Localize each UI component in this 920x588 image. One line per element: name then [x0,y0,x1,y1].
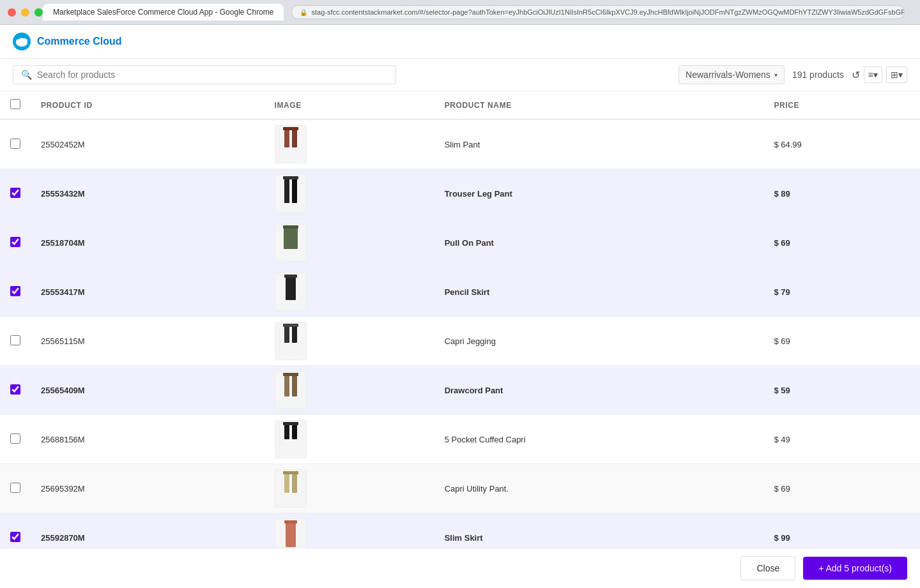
category-label: Newarrivals-Womens [686,70,770,80]
row-price-cell: $ 59 [763,366,920,415]
svg-rect-17 [284,374,289,396]
list-view-button[interactable]: ≡▾ [864,66,882,83]
svg-point-3 [19,38,24,43]
row-checkbox-cell[interactable] [0,415,31,464]
product-id: 25592870M [41,533,85,543]
row-checkbox[interactable] [10,188,20,198]
product-name: Drawcord Pant [445,386,503,395]
table-row: 25565409M Drawcord Pant $ 59 [0,366,920,415]
product-image [275,223,307,262]
svg-rect-10 [284,227,298,249]
row-checkbox[interactable] [10,237,20,247]
row-image-cell [264,169,434,218]
product-price: $ 89 [774,189,790,199]
browser-window-controls[interactable] [8,8,43,17]
table-row: 25553432M Trouser Leg Pant $ 89 [0,169,920,218]
product-price: $ 49 [774,435,790,444]
product-name: Pencil Skirt [445,287,490,297]
product-price: $ 69 [774,484,790,494]
svg-rect-24 [292,472,297,493]
product-name: Slim Pant [445,140,480,149]
search-box[interactable]: 🔍 [13,65,396,84]
browser-chrome: Marketplace SalesForce Commerce Cloud Ap… [0,0,920,25]
row-product-id-cell: 25502452M [31,119,264,169]
svg-rect-5 [292,128,297,147]
svg-rect-16 [283,324,298,327]
row-checkbox-cell[interactable] [0,169,31,218]
product-price: $ 64.99 [774,140,801,149]
row-price-cell: $ 64.99 [763,119,920,169]
product-price: $ 69 [774,238,790,248]
svg-rect-11 [283,225,298,229]
svg-rect-15 [292,325,297,343]
row-product-id-cell: 25695392M [31,464,264,513]
product-id: 25553432M [41,189,85,199]
row-checkbox[interactable] [10,139,20,149]
salesforce-logo [13,33,31,50]
product-price: $ 99 [774,533,790,543]
row-product-name-cell: Capri Utility Pant. [434,464,764,513]
salesforce-cloud-icon [15,35,28,48]
reset-button[interactable]: ↺ [852,69,860,81]
address-bar[interactable]: 🔒 stag-sfcc.contentstackmarket.com/#/sel… [291,5,905,19]
product-image [275,322,307,360]
svg-rect-26 [286,522,296,547]
row-product-id-cell: 25565409M [31,366,264,415]
row-price-cell: $ 89 [763,169,920,218]
row-image-cell [264,513,434,552]
product-table-body: 25502452M Slim Pant $ 64.99 25553432M [0,119,920,552]
row-product-name-cell: Pull On Pant [434,218,764,268]
row-checkbox-cell[interactable] [0,317,31,366]
window-minimize-button[interactable] [21,8,29,17]
row-checkbox[interactable] [10,286,20,296]
product-image [275,420,307,458]
svg-rect-27 [284,520,297,524]
product-image [275,273,307,311]
window-maximize-button[interactable] [34,8,43,17]
select-all-checkbox[interactable] [10,99,20,109]
row-checkbox[interactable] [10,532,20,542]
row-checkbox[interactable] [10,384,20,395]
product-name: Capri Jegging [445,336,496,346]
table-row: 25592870M Slim Skirt $ 99 [0,513,920,552]
row-checkbox-cell[interactable] [0,119,31,169]
grid-view-button[interactable]: ⊞▾ [886,66,907,83]
window-close-button[interactable] [8,8,16,17]
svg-rect-23 [284,472,289,493]
product-name: Trouser Leg Pant [445,189,512,199]
row-product-id-cell: 25518704M [31,218,264,268]
row-image-cell [264,317,434,366]
row-checkbox-cell[interactable] [0,268,31,317]
product-id: 25565409M [41,386,85,395]
svg-rect-9 [283,176,298,179]
row-product-name-cell: Slim Skirt [434,513,764,552]
lock-icon: 🔒 [300,9,307,16]
product-id: 25518704M [41,238,85,248]
row-checkbox-cell[interactable] [0,366,31,415]
row-checkbox-cell[interactable] [0,513,31,552]
search-icon: 🔍 [21,70,32,80]
row-image-cell [264,464,434,513]
browser-tab: Marketplace SalesForce Commerce Cloud Ap… [43,4,284,20]
row-checkbox-cell[interactable] [0,218,31,268]
row-product-name-cell: Capri Jegging [434,317,764,366]
row-product-id-cell: 25553432M [31,169,264,218]
product-image [275,371,307,409]
grid-view-icon: ⊞▾ [891,70,903,80]
row-product-name-cell: Slim Pant [434,119,764,169]
category-selector[interactable]: Newarrivals-Womens ▾ [678,65,785,84]
product-id: 25553417M [41,287,85,297]
row-checkbox[interactable] [10,335,20,345]
row-checkbox[interactable] [10,433,20,444]
app-header: Commerce Cloud [0,25,920,59]
svg-rect-25 [283,471,298,474]
product-id: 25565115M [41,336,85,346]
tab-title: Marketplace SalesForce Commerce Cloud Ap… [53,8,273,17]
row-checkbox-cell[interactable] [0,464,31,513]
footer: Close + Add 5 product(s) [0,548,920,552]
table-header-row: Product ID Image Product Name Price [0,91,920,119]
search-input[interactable] [37,70,388,80]
row-checkbox[interactable] [10,483,20,493]
product-image [275,518,307,552]
select-all-col[interactable] [0,91,31,119]
